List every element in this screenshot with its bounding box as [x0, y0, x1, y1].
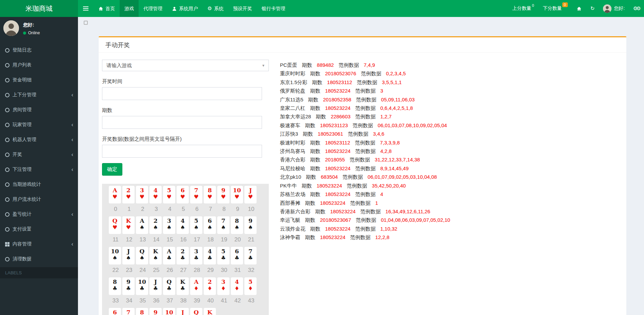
collapse-box-icon[interactable]: [84, 21, 88, 25]
playing-card-5-c[interactable]: 5♣: [217, 247, 229, 264]
playing-card-A-c[interactable]: A♣: [163, 247, 175, 264]
playing-card-8-d[interactable]: 8♦: [136, 308, 148, 315]
sidebar-item-2[interactable]: 资金明细: [0, 73, 78, 87]
period-input[interactable]: [102, 116, 262, 129]
sidebar-item-14[interactable]: 清理数据: [0, 252, 78, 267]
playing-card-9-c[interactable]: 9♣: [122, 277, 135, 295]
playing-card-7-h[interactable]: 7♥: [190, 186, 202, 203]
games-list: PC蛋蛋期数889482范例数据7,4,9重庆时时彩期数20180523076范…: [269, 60, 622, 315]
playing-card-6-c[interactable]: 6♣: [231, 247, 243, 264]
period-label: 期数: [316, 114, 326, 119]
sidebar-item-1[interactable]: 用户列表: [0, 58, 78, 73]
playing-card-6-h[interactable]: 6♥: [177, 186, 189, 203]
playing-card-9-d[interactable]: 9♦: [149, 308, 162, 315]
playing-card-3-s[interactable]: 3♠: [163, 216, 175, 234]
playing-card-7-s[interactable]: 7♠: [217, 216, 229, 234]
refresh-button[interactable]: ↻: [586, 0, 599, 17]
playing-card-5-d[interactable]: 5♦: [244, 277, 257, 295]
sidebar-item-3[interactable]: 上下分管理‹: [0, 87, 78, 102]
playing-card-2-s[interactable]: 2♠: [149, 216, 162, 234]
playing-card-Q-h[interactable]: Q♥: [109, 216, 121, 234]
sidebar-item-7[interactable]: 开奖‹: [0, 147, 78, 162]
playing-card-6-s[interactable]: 6♠: [204, 216, 216, 234]
playing-card-5-h[interactable]: 5♥: [163, 186, 175, 203]
nav-item-0[interactable]: 首页: [94, 0, 120, 17]
nav-item-5[interactable]: 预设开奖: [228, 0, 257, 17]
sidebar-item-8[interactable]: 下注管理‹: [0, 162, 78, 177]
sidebar-item-4[interactable]: 房间管理: [0, 102, 78, 117]
playing-card-4-s[interactable]: 4♠: [177, 216, 189, 234]
sidebar-item-10[interactable]: 用户流水统计: [0, 192, 78, 207]
sidebar-item-13[interactable]: 内容管理‹: [0, 237, 78, 252]
game-row: 广东11选5期数2018052358范例数据05,09,11,06,03: [280, 95, 622, 104]
playing-card-2-c[interactable]: 2♣: [177, 247, 189, 264]
playing-card-4-h[interactable]: 4♥: [149, 186, 162, 203]
playing-card-7-c[interactable]: 7♣: [244, 247, 257, 264]
draw-data-input[interactable]: [102, 145, 262, 158]
playing-card-10-c[interactable]: 10♣: [136, 277, 148, 295]
nav-item-4[interactable]: ⚙系统: [203, 0, 228, 17]
playing-card-3-d[interactable]: 3♦: [217, 277, 229, 295]
playing-card-Q-d[interactable]: Q♦: [190, 308, 202, 315]
sidebar-item-11[interactable]: 盈亏统计‹: [0, 207, 78, 222]
sidebar-item-12[interactable]: 支付设置: [0, 222, 78, 237]
sidebar-item-5[interactable]: 玩家管理‹: [0, 117, 78, 132]
sidebar-item-6[interactable]: 机器人管理‹: [0, 132, 78, 147]
card-rank: J: [244, 187, 257, 194]
playing-card-8-h[interactable]: 8♥: [204, 186, 216, 203]
nav-item-1[interactable]: 游戏: [120, 0, 139, 17]
avatar[interactable]: [3, 20, 19, 36]
nav-item-2[interactable]: 代理管理: [139, 0, 167, 17]
playing-card-2-d[interactable]: 2♦: [204, 277, 216, 295]
club-suit-icon: ♣: [136, 285, 148, 292]
playing-card-6-d[interactable]: 6♦: [109, 308, 121, 315]
settings-button[interactable]: ⚙⚙: [629, 0, 644, 17]
sidebar-item-9[interactable]: 当期游戏统计: [0, 177, 78, 192]
playing-card-10-d[interactable]: 10♦: [163, 308, 175, 315]
circle-o-icon: [5, 138, 9, 142]
playing-card-J-s[interactable]: J♠: [122, 247, 135, 264]
draw-time-input[interactable]: [102, 87, 262, 100]
brand-logo[interactable]: 米珈商城: [0, 0, 78, 17]
playing-card-J-h[interactable]: J♥: [244, 186, 257, 203]
sample-value: 01,04,08,06,03,09,07,05,02,10: [381, 217, 450, 223]
sidebar-toggle-button[interactable]: [78, 0, 94, 17]
card-index-row: 1112131415161718192021: [109, 234, 269, 246]
playing-card-7-d[interactable]: 7♦: [122, 308, 135, 315]
playing-card-A-h[interactable]: A♥: [109, 186, 121, 203]
playing-card-8-c[interactable]: 8♣: [109, 277, 121, 295]
playing-card-4-c[interactable]: 4♣: [204, 247, 216, 264]
user-status[interactable]: Online: [23, 31, 40, 35]
playing-card-3-c[interactable]: 3♣: [190, 247, 202, 264]
user-menu-button[interactable]: 您好:: [599, 0, 629, 17]
confirm-button[interactable]: 确定: [102, 163, 122, 176]
nav-item-3[interactable]: 系统用户: [167, 0, 203, 17]
playing-card-J-c[interactable]: J♣: [149, 277, 162, 295]
playing-card-8-s[interactable]: 8♠: [231, 216, 243, 234]
up-score-button[interactable]: 上分数量 0: [508, 0, 538, 17]
playing-card-A-d[interactable]: A♦: [190, 277, 202, 295]
playing-card-10-s[interactable]: 10♠: [109, 247, 121, 264]
down-score-button[interactable]: 下分数量 0: [539, 0, 572, 17]
playing-card-9-s[interactable]: 9♠: [244, 216, 257, 234]
playing-card-K-s[interactable]: K♠: [149, 247, 162, 264]
playing-card-K-h[interactable]: K♥: [122, 216, 135, 234]
playing-card-Q-c[interactable]: Q♣: [163, 277, 175, 295]
home-shortcut-button[interactable]: [572, 0, 586, 17]
playing-card-3-h[interactable]: 3♥: [136, 186, 148, 203]
club-suit-icon: ♣: [177, 285, 189, 292]
playing-card-2-h[interactable]: 2♥: [122, 186, 135, 203]
playing-card-5-s[interactable]: 5♠: [190, 216, 202, 234]
game-select[interactable]: 请输入游戏 ▾: [102, 60, 269, 71]
playing-card-4-d[interactable]: 4♦: [231, 277, 243, 295]
playing-card-K-d[interactable]: K♦: [204, 308, 216, 315]
playing-card-10-h[interactable]: 10♥: [231, 186, 243, 203]
playing-card-Q-s[interactable]: Q♠: [136, 247, 148, 264]
playing-card-A-s[interactable]: A♠: [136, 216, 148, 234]
nav-item-6[interactable]: 银行卡管理: [257, 0, 290, 17]
sidebar-item-0[interactable]: 登陆日志: [0, 43, 78, 58]
playing-card-J-d[interactable]: J♦: [177, 308, 189, 315]
club-suit-icon: ♣: [244, 255, 257, 261]
playing-card-K-c[interactable]: K♣: [177, 277, 189, 295]
playing-card-9-h[interactable]: 9♥: [217, 186, 229, 203]
